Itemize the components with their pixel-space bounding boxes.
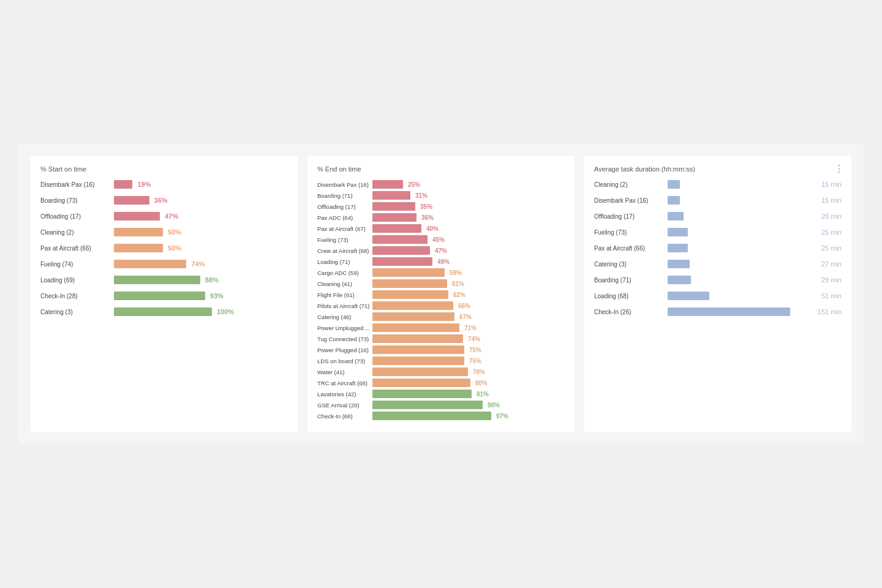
bar-value-label: 27 min: [821, 260, 842, 268]
bar-pct-label: 59%: [450, 270, 462, 276]
bar: [372, 202, 415, 211]
bar: [114, 228, 163, 236]
bar-wrap: 20 min: [668, 212, 842, 221]
bar-label: Check-In (26): [594, 309, 668, 315]
bar-label: Cargo ADC (59): [317, 270, 372, 276]
bar-row: Offloading (17)20 min: [594, 212, 842, 221]
bar-pct-label: 62%: [453, 292, 466, 298]
bar: [372, 379, 470, 387]
bar-wrap: 61%: [372, 279, 565, 288]
bar-wrap: 75%: [372, 345, 565, 354]
bar-row: Fueling (73)45%: [317, 235, 565, 244]
bar: [668, 196, 680, 205]
bar-row: Disembark Pax (16)25%: [317, 180, 565, 189]
bar-wrap: 49%: [372, 257, 565, 266]
bar-pct-label: 40%: [426, 225, 439, 232]
bar-row: LDS on board (73)75%: [317, 356, 565, 365]
bar-value-label: 20 min: [821, 213, 842, 220]
bar-wrap: 97%: [372, 412, 565, 420]
bar-row: Fueling (74)74%: [40, 260, 288, 268]
bar-pct-label: 61%: [452, 281, 464, 287]
end-on-time-chart: Disembark Pax (16)25%Boarding (71)31%Off…: [317, 180, 565, 420]
panel-start-on-time: % Start on time Disembark Pax (16)19%Boa…: [31, 156, 298, 432]
bar-wrap: 81%: [372, 390, 565, 398]
bar-label: TRC at Aircraft (68): [317, 380, 372, 386]
bar: [372, 390, 472, 398]
bar: [372, 246, 430, 255]
bar-wrap: 100%: [114, 307, 288, 316]
bar-wrap: 40%: [372, 224, 565, 233]
bar: [114, 180, 132, 189]
bar: [114, 260, 186, 268]
bar-row: Cleaning (2)15 min: [594, 180, 842, 189]
bar-wrap: 31%: [372, 191, 565, 200]
bar-label: Catering (46): [317, 314, 372, 320]
bar-pct-label: 71%: [464, 325, 477, 331]
bar-label: Crew at Aircraft (68): [317, 247, 372, 254]
bar: [372, 257, 432, 266]
panel-avg-duration: Average task duration (hh:mm:ss) ⋮ Clean…: [584, 156, 851, 432]
bar-row: Catering (3)100%: [40, 307, 288, 316]
bar-row: Fueling (73)25 min: [594, 228, 842, 236]
bar-row: Flight File (61)62%: [317, 290, 565, 299]
bar-label: Pilots at Aircraft (71): [317, 303, 372, 309]
bar-row: Pax at Aircraft (66)25 min: [594, 244, 842, 252]
panel-end-on-time: % End on time Disembark Pax (16)25%Board…: [307, 156, 575, 432]
bar-label: Disembark Pax (16): [317, 181, 372, 188]
bar-pct-label: 100%: [217, 308, 234, 315]
bar-pct-label: 19%: [137, 181, 151, 188]
bar-wrap: 25%: [372, 180, 565, 189]
bar-wrap: 25 min: [668, 244, 842, 252]
bar-pct-label: 50%: [168, 244, 181, 252]
bar: [372, 412, 491, 420]
dashboard: % Start on time Disembark Pax (16)19%Boa…: [18, 143, 864, 445]
bar-wrap: 80%: [372, 379, 565, 387]
bar-pct-label: 81%: [477, 391, 489, 398]
bar-wrap: 27 min: [668, 260, 842, 268]
bar-row: Pax at Aircraft (66)50%: [40, 244, 288, 252]
bar-wrap: 74%: [114, 260, 288, 268]
bar-row: Offloading (17)35%: [317, 202, 565, 211]
bar-label: Tug Connected (73): [317, 336, 372, 342]
bar-label: Boarding (71): [594, 277, 668, 284]
bar: [372, 368, 468, 376]
bar: [372, 235, 428, 244]
bar: [372, 356, 464, 365]
bar-pct-label: 47%: [435, 247, 447, 254]
bar: [372, 401, 483, 409]
bar: [114, 292, 205, 300]
bar-label: Check-In (28): [40, 293, 114, 300]
bar-pct-label: 80%: [475, 380, 488, 386]
bar-label: Fueling (73): [594, 229, 668, 236]
bar-wrap: 74%: [372, 334, 565, 343]
bar-wrap: 25 min: [668, 228, 842, 236]
bar-wrap: 93%: [114, 292, 288, 300]
bar-wrap: 45%: [372, 235, 565, 244]
bar-row: TRC at Aircraft (68)80%: [317, 379, 565, 387]
bar-value-label: 25 min: [821, 244, 842, 252]
bar-label: Power Unplugged ...: [317, 325, 372, 331]
bar-pct-label: 75%: [469, 358, 481, 364]
bar-row: Cleaning (41)61%: [317, 279, 565, 288]
bar-row: Catering (46)67%: [317, 312, 565, 321]
bar-row: Offloading (17)47%: [40, 212, 288, 221]
bar-pct-label: 93%: [210, 292, 224, 300]
bar: [372, 290, 448, 299]
bar-row: Disembark Pax (16)19%: [40, 180, 288, 189]
panel-menu-icon[interactable]: ⋮: [834, 163, 844, 175]
bar-value-label: 29 min: [821, 276, 842, 284]
bar-wrap: 50%: [114, 244, 288, 252]
bar-pct-label: 31%: [415, 192, 428, 199]
bar: [114, 307, 212, 316]
bar-row: Cleaning (2)50%: [40, 228, 288, 236]
bar-label: Pax at Aircraft (67): [317, 225, 372, 232]
bar-row: Boarding (73)36%: [40, 196, 288, 205]
bar-wrap: 36%: [372, 213, 565, 222]
bar-row: Catering (3)27 min: [594, 260, 842, 268]
bar-row: GSE Arrival (20)90%: [317, 401, 565, 409]
bar-wrap: 15 min: [668, 196, 842, 205]
panel-start-title: % Start on time: [40, 165, 288, 173]
bar-label: Water (41): [317, 369, 372, 375]
bar-label: Disembark Pax (16): [594, 197, 668, 204]
bar: [114, 276, 200, 284]
